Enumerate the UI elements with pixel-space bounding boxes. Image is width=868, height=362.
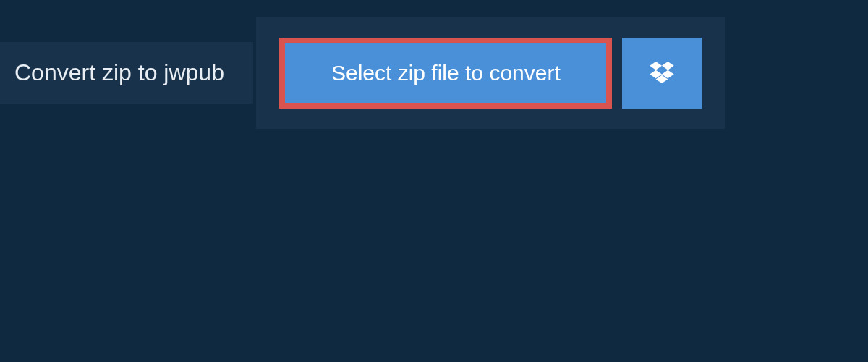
dropbox-button[interactable] bbox=[622, 38, 702, 109]
dropbox-icon bbox=[650, 62, 674, 85]
action-panel: Select zip file to convert bbox=[256, 17, 725, 129]
page-title: Convert zip to jwpub bbox=[14, 59, 224, 86]
select-file-label: Select zip file to convert bbox=[331, 61, 561, 85]
header-tab: Convert zip to jwpub bbox=[0, 42, 253, 104]
select-file-button[interactable]: Select zip file to convert bbox=[279, 38, 612, 109]
